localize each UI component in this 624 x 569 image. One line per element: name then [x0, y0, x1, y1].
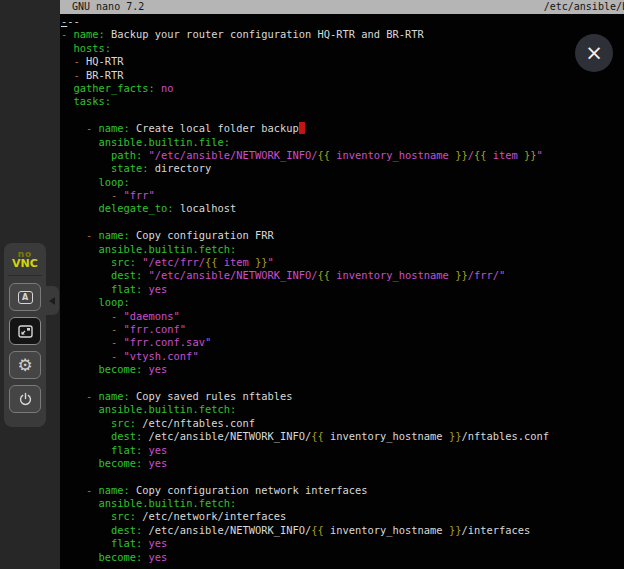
- vnc-sidebar: no VNC A ⚙: [0, 0, 60, 569]
- novnc-logo: no VNC: [12, 249, 38, 269]
- control-bar-divider: [8, 275, 42, 276]
- power-icon: [18, 392, 33, 407]
- fullscreen-button[interactable]: [9, 317, 41, 345]
- disconnect-button[interactable]: [9, 385, 41, 413]
- keyboard-icon: A: [18, 291, 33, 304]
- editor-content[interactable]: ---- name: Backup your router configurat…: [60, 14, 624, 564]
- screen: no VNC A ⚙: [0, 0, 624, 569]
- gear-icon: ⚙: [17, 357, 32, 374]
- nano-file-path: /etc/ansible/b: [544, 0, 624, 13]
- fullscreen-icon: [18, 325, 33, 338]
- terminal-window[interactable]: GNU nano 7.2 /etc/ansible/b ---- name: B…: [60, 0, 624, 569]
- close-button[interactable]: ×: [575, 34, 613, 72]
- close-icon: ×: [585, 43, 603, 64]
- nano-app-title: GNU nano 7.2: [72, 0, 144, 13]
- nano-titlebar: GNU nano 7.2 /etc/ansible/b: [60, 0, 624, 14]
- novnc-control-bar: no VNC A ⚙: [4, 243, 46, 427]
- collapse-left-icon: [49, 297, 55, 305]
- keyboard-button[interactable]: A: [9, 283, 41, 311]
- novnc-logo-vnc: VNC: [12, 259, 38, 269]
- settings-button[interactable]: ⚙: [9, 351, 41, 379]
- control-bar-handle[interactable]: [44, 286, 59, 315]
